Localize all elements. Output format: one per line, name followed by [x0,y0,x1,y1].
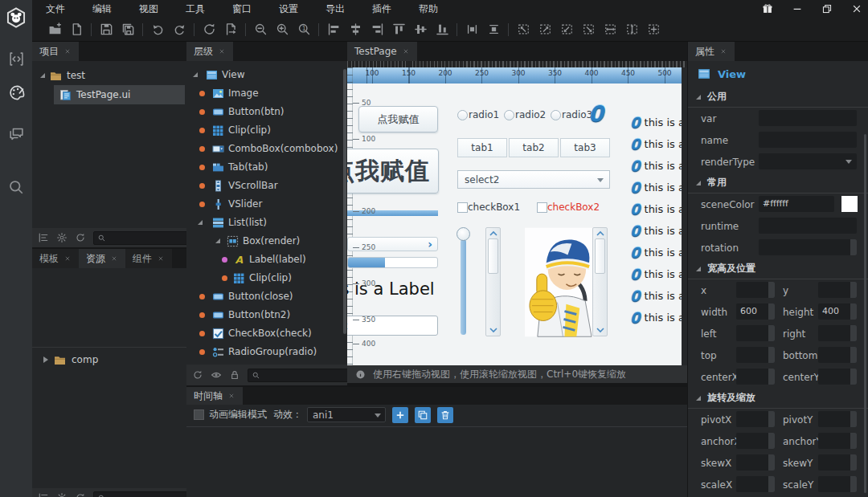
stepper-handle[interactable] [768,347,775,363]
list-item[interactable]: 0this is a [630,198,682,220]
prop-input-scenecolor[interactable]: #ffffff [759,196,834,212]
prop-input-anchorx[interactable] [736,433,775,449]
menu-edit[interactable]: 编辑 [79,0,125,18]
stepper-handle[interactable] [850,476,857,492]
prop-input-y[interactable] [818,282,857,298]
prop-input-right[interactable] [818,325,857,341]
radio-circle[interactable] [551,110,561,120]
prop-input-rotation[interactable] [759,239,857,255]
scroll-thumb[interactable] [595,238,605,274]
vslider-track[interactable] [461,239,466,335]
anchor-bottom-left-icon[interactable] [557,20,576,39]
align-center-horizontal-icon[interactable] [346,20,365,39]
vscrollbar[interactable] [592,227,608,336]
stepper-handle[interactable] [768,476,775,492]
tab-close-icon[interactable] [63,255,72,263]
prop-input-height[interactable]: 400 [818,303,857,320]
anchor-bottom-right-icon[interactable] [579,20,598,39]
stepper-handle[interactable] [850,454,857,471]
prop-input-skewx[interactable] [736,454,775,471]
stepper-handle[interactable] [768,325,775,341]
hierarchy-item-radiogroup-radio[interactable]: RadioGroup(radio) [186,343,342,361]
checkbox-box[interactable] [537,202,547,213]
minimize-button[interactable] [791,2,804,15]
prop-input-skewy[interactable] [818,454,857,471]
export-file-icon[interactable] [221,20,240,39]
stretch-horizontal-icon[interactable] [600,20,620,39]
refresh-view-icon[interactable] [199,20,219,39]
prop-input-name[interactable] [759,132,857,148]
tab-project[interactable]: 项目 [32,42,79,61]
checkbox-box[interactable] [457,202,468,213]
expand-arrow-icon[interactable] [198,220,203,225]
section-header-2[interactable]: 宽高及位置 [688,259,868,279]
list-widget[interactable]: 0this is a0this is a0this is a0this is a… [630,112,682,346]
menu-export[interactable]: 导出 [312,0,358,18]
checkbox2[interactable]: checkBox2 [537,202,600,213]
stepper-handle[interactable] [850,347,857,363]
canvas-tab-tab3[interactable]: tab3 [560,138,610,157]
stepper-handle[interactable] [850,282,857,298]
stepper-handle[interactable] [850,411,857,427]
list-item[interactable]: 0this is a [630,155,682,177]
stepper-handle[interactable] [850,303,857,320]
hierarchy-item-image[interactable]: Image [186,84,342,103]
animation-mode-checkbox[interactable] [194,409,204,420]
list-item[interactable]: 0this is a [630,112,682,133]
zoom-out-icon[interactable] [251,20,270,39]
delete-animation-button[interactable] [437,407,453,423]
menu-window[interactable]: 窗口 [219,0,265,18]
lock-icon[interactable] [229,369,240,381]
list-item[interactable]: 0this is a [630,133,682,155]
radio-radio1[interactable]: radio1 [457,109,504,120]
vslider-handle[interactable] [457,227,470,241]
prop-input-centerx[interactable] [736,369,775,385]
anchor-center-icon[interactable] [644,20,663,39]
hierarchy-item-combobox-combobox[interactable]: ComboBox(combobox) [186,140,342,158]
radio-circle[interactable] [504,110,514,120]
tab-close-icon[interactable] [719,47,727,55]
anchor-top-right-icon[interactable] [535,20,555,39]
assign-button[interactable]: 点我赋值 [358,106,438,132]
tab-close-icon[interactable] [402,47,410,55]
expand-arrow-icon[interactable] [215,238,220,243]
close-button[interactable] [850,2,863,15]
tree-item-testpage-ui[interactable]: TestPage.ui [54,85,185,104]
collapse-all-icon[interactable] [38,232,49,243]
gear-icon[interactable] [56,492,68,497]
menu-plugins[interactable]: 插件 [358,0,405,18]
hierarchy-item-vscrollbar[interactable]: VScrollBar [186,177,342,195]
prop-input-scalex[interactable] [736,476,775,492]
distribute-vertical-icon[interactable] [484,20,503,39]
hierarchy-item-button-btn2[interactable]: Button(btn2) [186,306,342,324]
stepper-handle[interactable] [850,325,857,341]
align-middle-vertical-icon[interactable] [411,20,430,39]
stepper-handle[interactable] [850,239,857,255]
tab-close-icon[interactable] [157,255,165,263]
refresh-icon[interactable] [75,492,86,497]
prop-input-rendertype[interactable] [759,153,857,169]
tab-properties[interactable]: 属性 [688,42,735,61]
prop-input-pivoty[interactable] [818,411,857,427]
refresh-icon[interactable] [192,369,203,381]
add-animation-button[interactable] [392,407,408,423]
list-item[interactable]: 0this is a [630,285,682,307]
code-mode-icon[interactable] [0,44,32,73]
design-mode-icon[interactable] [0,78,32,107]
restore-button[interactable] [821,2,833,15]
hierarchy-item-view[interactable]: View [186,66,342,84]
hierarchy-item-list-list[interactable]: List(list) [186,214,342,232]
list-item[interactable]: 0this is a [630,220,682,242]
menu-tools[interactable]: 工具 [172,0,219,18]
stepper-handle[interactable] [768,433,775,449]
hierarchy-item-clip-clip[interactable]: Clip(clip) [186,121,342,140]
tab-testpage[interactable]: TestPage [347,42,417,61]
save-all-icon[interactable] [118,20,137,39]
collapse-all-icon[interactable] [38,492,49,497]
zoom-reset-icon[interactable]: 1 [294,20,313,39]
tab-close-icon[interactable] [110,255,118,263]
hierarchy-item-button-close[interactable]: Button(close) [186,287,342,306]
checkbox1[interactable]: checkBox1 [457,202,520,213]
tab-close-icon[interactable] [227,392,235,400]
new-file-icon[interactable] [67,20,86,39]
